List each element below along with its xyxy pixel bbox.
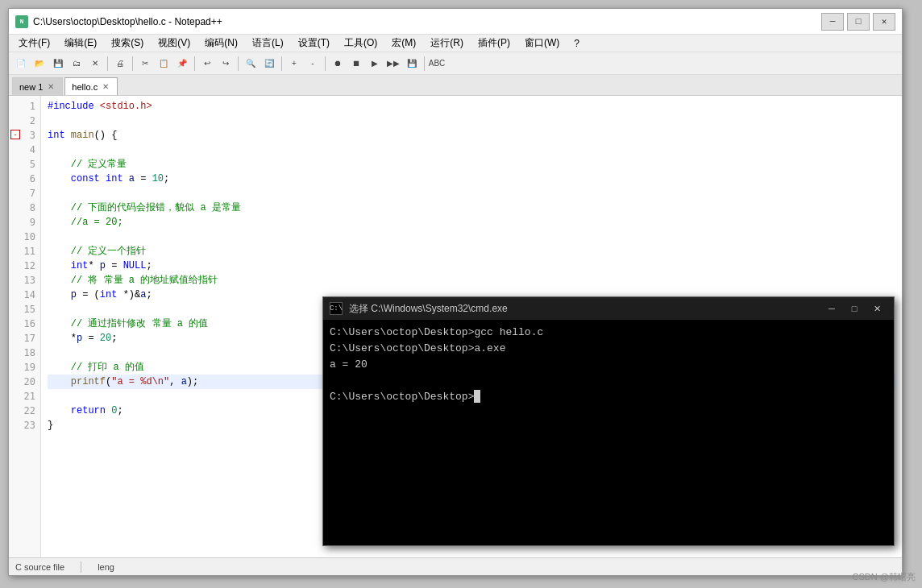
cmd-line-1: C:\Users\octop\Desktop>gcc hello.c (330, 325, 887, 341)
toolbar-open[interactable]: 📂 (31, 55, 48, 72)
toolbar-macro-play[interactable]: ▶ (366, 55, 384, 72)
line-num-2: 2 (9, 114, 40, 128)
menu-plugins[interactable]: 插件(P) (471, 35, 517, 52)
toolbar-spellcheck[interactable]: ABC (428, 55, 446, 72)
line-num-19: 19 (9, 360, 40, 375)
line-num-8: 8 (9, 201, 40, 215)
line-num-21: 21 (9, 389, 40, 404)
toolbar-paste[interactable]: 📌 (173, 55, 191, 72)
cmd-cursor (474, 390, 480, 403)
line-num-9: 9 (9, 215, 40, 230)
cmd-content[interactable]: C:\Users\octop\Desktop>gcc hello.c C:\Us… (323, 320, 894, 545)
code-line-3: int main() { (48, 128, 895, 143)
toolbar-separator-7 (424, 56, 425, 71)
tab-new-close[interactable]: ✕ (46, 82, 56, 91)
line-num-15: 15 (9, 302, 40, 317)
cmd-icon: C:\ (330, 302, 343, 315)
line-num-5: 5 (9, 157, 40, 172)
code-line-9: //a = 20; (48, 215, 895, 230)
line-num-23: 23 (9, 418, 40, 433)
toolbar-separator-5 (281, 56, 282, 71)
tab-new-1[interactable]: new 1 ✕ (12, 77, 63, 95)
menu-view[interactable]: 视图(V) (152, 35, 197, 52)
toolbar-separator-6 (325, 56, 326, 71)
code-line-2 (48, 114, 895, 128)
status-bar: C source file leng (9, 557, 902, 575)
cmd-line-5 (330, 373, 887, 389)
toolbar-separator-4 (238, 56, 239, 71)
close-button[interactable]: ✕ (873, 13, 895, 31)
line-num-20: 20 (9, 375, 40, 389)
cmd-window-controls: ─ □ ✕ (821, 301, 887, 316)
fold-marker-3[interactable]: - (10, 130, 20, 139)
cmd-close-button[interactable]: ✕ (866, 301, 887, 316)
toolbar-print[interactable]: 🖨 (111, 55, 129, 72)
toolbar-separator-2 (132, 56, 133, 71)
toolbar-macro-run[interactable]: ▶▶ (384, 55, 402, 72)
line-num-10: 10 (9, 230, 40, 244)
cmd-title-text: 选择 C:\Windows\System32\cmd.exe (349, 302, 821, 316)
menu-bar: 文件(F) 编辑(E) 搜索(S) 视图(V) 编码(N) 语言(L) 设置(T… (9, 35, 902, 52)
toolbar-redo[interactable]: ↪ (217, 55, 235, 72)
toolbar-replace[interactable]: 🔄 (260, 55, 278, 72)
toolbar-save[interactable]: 💾 (49, 55, 67, 72)
toolbar-close[interactable]: ✕ (86, 55, 104, 72)
menu-run[interactable]: 运行(R) (424, 35, 470, 52)
menu-macro[interactable]: 宏(M) (385, 35, 422, 52)
menu-settings[interactable]: 设置(T) (292, 35, 336, 52)
code-line-10 (48, 230, 895, 244)
maximize-button[interactable]: □ (847, 13, 870, 31)
code-line-11: // 定义一个指针 (48, 244, 895, 259)
code-line-1: #include <stdio.h> (48, 99, 895, 114)
code-line-4 (48, 143, 895, 157)
line-num-12: 12 (9, 259, 40, 273)
toolbar-zoom-in[interactable]: + (285, 55, 303, 72)
menu-language[interactable]: 语言(L) (246, 35, 290, 52)
menu-edit[interactable]: 编辑(E) (58, 35, 103, 52)
tab-hello-close[interactable]: ✕ (101, 82, 110, 91)
menu-file[interactable]: 文件(F) (12, 35, 56, 52)
line-num-22: 22 (9, 404, 40, 418)
code-line-8: // 下面的代码会报错，貌似 a 是常量 (48, 201, 895, 215)
cmd-maximize-button[interactable]: □ (844, 301, 865, 316)
cmd-prompt: C:\Users\octop\Desktop> (330, 391, 474, 403)
cmd-minimize-button[interactable]: ─ (821, 301, 842, 316)
line-num-3: - 3 (9, 128, 40, 143)
menu-search[interactable]: 搜索(S) (105, 35, 150, 52)
toolbar-macro-stop[interactable]: ⏹ (347, 55, 365, 72)
toolbar-find[interactable]: 🔍 (242, 55, 260, 72)
cmd-line-4: a = 20 (330, 357, 887, 373)
line-num-18: 18 (9, 346, 40, 360)
menu-help[interactable]: ? (567, 36, 586, 51)
toolbar-zoom-out[interactable]: - (304, 55, 322, 72)
cmd-line-3: C:\Users\octop\Desktop>a.exe (330, 341, 887, 357)
line-num-13: 13 (9, 273, 40, 288)
cmd-line-6: C:\Users\octop\Desktop> (330, 389, 887, 405)
menu-window[interactable]: 窗口(W) (518, 35, 566, 52)
toolbar-undo[interactable]: ↩ (198, 55, 216, 72)
code-line-12: int* p = NULL; (48, 259, 895, 273)
menu-tools[interactable]: 工具(O) (338, 35, 384, 52)
toolbar-macro-record[interactable]: ⏺ (329, 55, 347, 72)
window-title: C:\Users\octop\Desktop\hello.c - Notepad… (33, 16, 821, 27)
toolbar-copy[interactable]: 📋 (155, 55, 172, 72)
line-num-11: 11 (9, 244, 40, 259)
menu-encoding[interactable]: 编码(N) (198, 35, 244, 52)
toolbar-new[interactable]: 📄 (12, 55, 30, 72)
status-encoding: leng (98, 562, 114, 572)
line-num-7: 7 (9, 186, 40, 201)
minimize-button[interactable]: ─ (821, 13, 844, 31)
toolbar-cut[interactable]: ✂ (136, 55, 154, 72)
tab-hello-c[interactable]: hello.c ✕ (64, 77, 118, 95)
toolbar: 📄 📂 💾 🗂 ✕ 🖨 ✂ 📋 📌 ↩ ↪ 🔍 🔄 + - ⏺ ⏹ ▶ ▶▶ 💾… (9, 52, 902, 75)
line-num-17: 17 (9, 331, 40, 346)
line-num-4: 4 (9, 143, 40, 157)
toolbar-macro-save[interactable]: 💾 (403, 55, 421, 72)
tab-new-label: new 1 (19, 82, 43, 92)
tab-hello-label: hello.c (72, 82, 98, 92)
watermark: CSDN @韩曙亮 (853, 571, 916, 583)
line-num-16: 16 (9, 317, 40, 331)
app-icon: N (15, 15, 28, 28)
code-line-5: // 定义常量 (48, 157, 895, 172)
toolbar-save-all[interactable]: 🗂 (68, 55, 85, 72)
